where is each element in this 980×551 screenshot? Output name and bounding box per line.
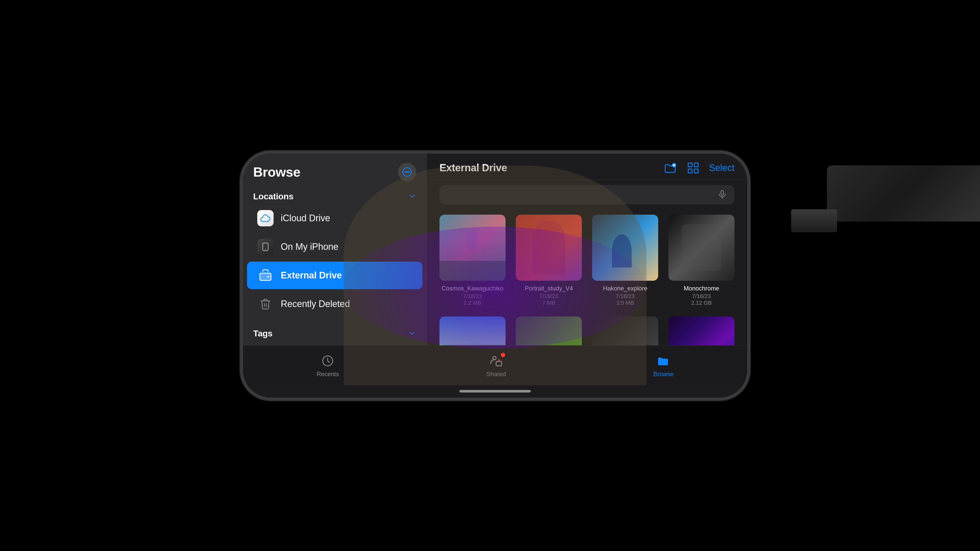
svg-rect-10	[694, 163, 698, 167]
files-grid: Cosmos_Kawaguchiko 7/18/23 2.2 MB Portra…	[427, 210, 747, 345]
file-item-monochrome[interactable]: Monochrome 7/16/23 2.12 GB	[668, 215, 735, 306]
svg-rect-17	[496, 361, 502, 366]
power-button[interactable]	[750, 240, 750, 281]
svg-point-2	[407, 172, 407, 172]
select-button[interactable]: Select	[709, 162, 735, 173]
locations-title: Locations	[253, 191, 293, 201]
svg-rect-6	[260, 273, 271, 280]
file-date-monochrome: 7/16/23	[692, 293, 711, 299]
home-indicator	[243, 388, 747, 398]
browse-title: Browse	[253, 164, 301, 180]
external-drive-icon	[257, 267, 274, 283]
volume-up-button[interactable]	[240, 240, 240, 266]
browse-tab-label: Browse	[653, 371, 673, 378]
volume-down-button[interactable]	[240, 271, 240, 296]
svg-rect-11	[688, 169, 692, 173]
recently-deleted-label: Recently Deleted	[281, 299, 350, 309]
cable-connector	[791, 209, 837, 232]
folder-filled-icon	[657, 354, 670, 368]
home-bar[interactable]	[460, 390, 531, 393]
svg-rect-12	[694, 169, 698, 173]
svg-point-1	[405, 172, 406, 172]
grid-view-button[interactable]	[687, 161, 700, 175]
shared-badge	[500, 352, 506, 358]
svg-point-7	[267, 276, 269, 278]
browse-tab-icon	[656, 353, 671, 368]
svg-point-16	[493, 356, 496, 360]
trash-icon	[257, 296, 274, 312]
external-drive-label: External Drive	[281, 270, 342, 281]
grid-icon	[687, 161, 700, 175]
icloud-icon	[257, 210, 274, 226]
recents-tab-icon	[320, 353, 335, 368]
svg-rect-13	[721, 190, 724, 195]
file-thumbnail-monochrome	[668, 215, 735, 281]
microphone-icon[interactable]	[717, 190, 727, 200]
folder-badge-icon	[664, 161, 677, 175]
recents-tab-label: Recents	[317, 371, 339, 378]
phone-screen: Browse Locations	[243, 154, 747, 398]
file-thumbnail-abstract	[668, 317, 735, 345]
icloud-drive-label: iCloud Drive	[281, 213, 330, 224]
folder-options-button[interactable]	[664, 161, 677, 175]
phone-icon	[257, 239, 274, 255]
tags-title: Tags	[253, 328, 272, 338]
header-actions: Select	[664, 161, 735, 175]
svg-point-3	[408, 172, 409, 172]
phone-frame: Browse Locations	[240, 151, 750, 401]
on-my-iphone-label: On My iPhone	[281, 241, 339, 252]
clock-icon	[321, 354, 334, 368]
shared-tab-icon	[488, 353, 504, 368]
scene: Browse Locations	[0, 0, 980, 551]
file-item-abstract[interactable]	[668, 317, 735, 345]
files-app: Browse Locations	[243, 154, 747, 345]
svg-rect-9	[688, 163, 692, 167]
cable-decoration	[827, 166, 980, 221]
svg-point-5	[265, 248, 266, 249]
file-browser-panel: External Drive	[427, 154, 747, 345]
file-name-monochrome: Monochrome	[684, 285, 719, 292]
svg-point-18	[498, 359, 500, 361]
file-size-monochrome: 2.12 GB	[691, 299, 712, 306]
